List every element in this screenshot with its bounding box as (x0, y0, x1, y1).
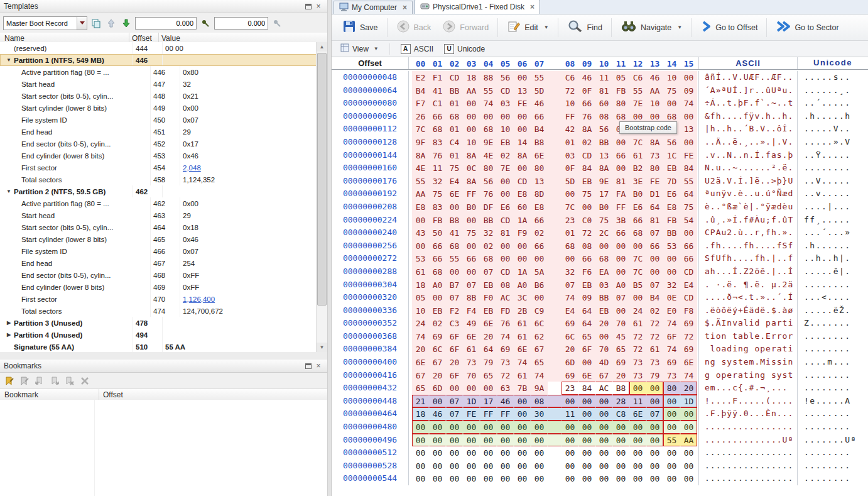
hex-byte[interactable]: EA (595, 265, 612, 278)
hex-byte[interactable]: 84 (578, 382, 595, 395)
hex-byte[interactable]: B5 (629, 278, 646, 292)
hex-byte[interactable]: C6 (629, 71, 646, 84)
hex-byte[interactable]: 00 (514, 460, 531, 473)
navigate-button[interactable]: Navigate ▼ (615, 17, 688, 38)
hex-byte[interactable]: 6E (412, 356, 429, 369)
hex-byte[interactable]: 00 (680, 110, 697, 123)
hex-byte[interactable]: 00 (646, 446, 663, 460)
hex-byte[interactable]: 00 (595, 330, 612, 343)
hex-byte[interactable]: 00 (531, 421, 548, 434)
template-offset-input[interactable] (135, 17, 197, 30)
hex-byte[interactable]: 05 (612, 71, 629, 84)
hex-byte[interactable]: 80 (663, 382, 680, 395)
hex-byte[interactable]: 00 (595, 472, 612, 485)
hex-byte[interactable]: 66 (680, 240, 697, 253)
template-field-row[interactable]: Start sector (bits 0-5), cylin...4640x18 (0, 221, 317, 233)
hex-byte[interactable]: 41 (446, 226, 463, 240)
hex-byte[interactable]: 07 (463, 278, 480, 292)
hex-byte[interactable]: 00 (514, 240, 531, 253)
unicode-cell[interactable]: ........ (798, 343, 868, 356)
hex-byte[interactable]: FF (480, 407, 497, 421)
unicode-cell[interactable]: .......Uª (798, 434, 868, 447)
hex-byte[interactable]: 00 (561, 446, 578, 460)
hex-byte[interactable]: 00 (412, 434, 429, 447)
template-field-row[interactable]: Start cylinder (lower 8 bits)4650x46 (0, 233, 317, 245)
hex-byte[interactable]: 56 (595, 123, 612, 136)
hex-byte[interactable]: 00 (446, 421, 463, 434)
hex-byte[interactable]: 00 (595, 407, 612, 421)
unicode-cell[interactable]: !e.....A (798, 395, 868, 408)
hex-byte[interactable]: 79 (646, 369, 663, 382)
hex-byte[interactable]: 00 (578, 472, 595, 485)
hex-byte[interactable]: 65 (480, 369, 497, 382)
hex-byte[interactable]: E8 (663, 201, 680, 214)
expand-arrow-icon[interactable]: ▶ (4, 320, 14, 326)
template-field-row[interactable]: End sector (bits 0-5), cylin...4520x17 (0, 138, 317, 150)
hex-byte[interactable]: 00 (497, 110, 514, 123)
hex-byte[interactable]: 8A (463, 175, 480, 188)
hex-byte[interactable]: 00 (480, 421, 497, 434)
hex-byte[interactable]: 01 (446, 97, 463, 110)
hex-byte[interactable]: 07 (646, 407, 663, 421)
hex-byte[interactable]: 54 (680, 214, 697, 227)
hex-byte[interactable]: 00 (514, 162, 531, 175)
hex-byte[interactable]: 6D (429, 382, 446, 395)
unicode-cell[interactable]: .h...... (798, 240, 868, 253)
hex-byte[interactable]: 43 (412, 226, 429, 240)
hex-byte[interactable]: 00 (561, 187, 578, 201)
hex-byte[interactable]: EB (480, 278, 497, 292)
hex-byte[interactable]: 00 (680, 446, 697, 460)
template-field-row[interactable]: Active partition flag (80 = ...4620x00 (0, 197, 317, 209)
hex-byte[interactable]: 10 (646, 97, 663, 110)
ascii-cell[interactable]: . ·.ë. ¶.ë. µ.2ä (699, 278, 798, 292)
hex-byte[interactable]: 80 (480, 162, 497, 175)
hex-byte[interactable]: C6 (561, 71, 578, 84)
hex-byte[interactable]: F0 (480, 291, 497, 304)
hex-byte[interactable]: 69 (561, 317, 578, 330)
hex-byte[interactable]: 00 (612, 421, 629, 434)
hex-byte[interactable]: E8 (514, 187, 531, 201)
hex-byte[interactable]: 55 (663, 434, 680, 447)
hex-byte[interactable]: 64 (480, 343, 497, 356)
hex-byte[interactable]: 00 (595, 240, 612, 253)
hex-byte[interactable]: 75 (446, 162, 463, 175)
template-field-row[interactable]: First sector4701,126,400 (0, 293, 317, 305)
hex-byte[interactable]: 50 (429, 226, 446, 240)
hex-byte[interactable]: 00 (561, 252, 578, 265)
hex-byte[interactable]: 81 (612, 175, 629, 188)
hex-byte[interactable]: 74 (663, 343, 680, 356)
hex-byte[interactable]: 55 (680, 175, 697, 188)
hex-byte[interactable]: AA (680, 434, 697, 447)
hex-byte[interactable]: CD (514, 175, 531, 188)
hex-byte[interactable]: 6E (629, 407, 646, 421)
unicode-cell[interactable]: ........ (798, 460, 868, 473)
hex-byte[interactable]: 69 (561, 369, 578, 382)
hex-byte[interactable]: 5D (531, 84, 548, 97)
hex-byte[interactable]: 08 (595, 110, 612, 123)
hex-byte[interactable]: 46 (531, 97, 548, 110)
hex-byte[interactable]: 00 (680, 407, 697, 421)
hex-byte[interactable]: 00 (531, 434, 548, 447)
hex-byte[interactable]: FF (463, 187, 480, 201)
hex-byte[interactable]: 00 (663, 265, 680, 278)
hex-byte[interactable]: 56 (480, 175, 497, 188)
hex-byte[interactable]: 8A (514, 149, 531, 162)
hex-byte[interactable]: 00 (463, 265, 480, 278)
hex-byte[interactable]: 00 (531, 252, 548, 265)
hex-byte[interactable]: 6F (446, 343, 463, 356)
unicode-cell[interactable]: .....ëŽ. (798, 304, 868, 317)
hex-byte[interactable]: 20 (446, 356, 463, 369)
unicode-cell[interactable]: ........ (798, 421, 868, 434)
hex-byte[interactable]: 00 (429, 460, 446, 473)
unicode-cell[interactable]: Z....... (798, 317, 868, 330)
hex-byte[interactable]: 00 (629, 434, 646, 447)
template-field-row[interactable]: Signature (55 AA)51055 AA (0, 341, 317, 352)
hex-byte[interactable]: 00 (429, 291, 446, 304)
hex-byte[interactable]: 1A (514, 214, 531, 227)
hex-byte[interactable]: 0C (463, 162, 480, 175)
hex-byte[interactable]: 07 (446, 395, 463, 408)
ascii-cell[interactable]: ................ (699, 421, 798, 434)
unicode-cell[interactable]: ........ (798, 407, 868, 421)
hex-byte[interactable]: 00 (561, 472, 578, 485)
hex-byte[interactable]: 00 (412, 240, 429, 253)
